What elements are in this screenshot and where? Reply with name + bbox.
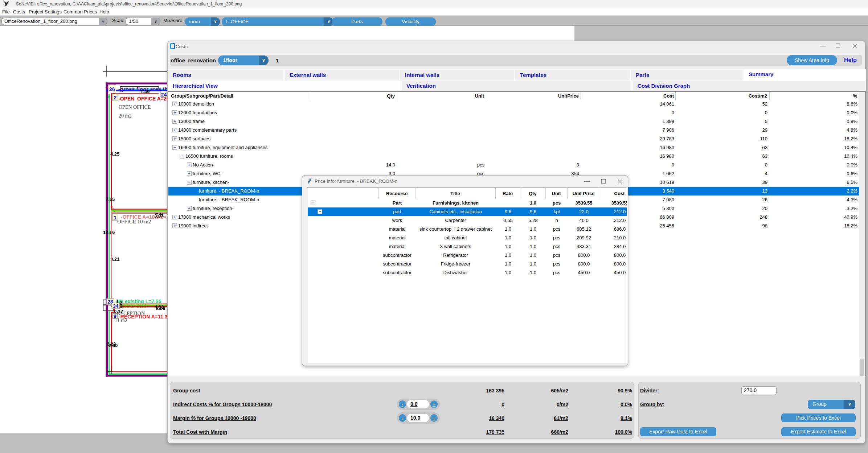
svg-text:9: 9 [114,313,116,319]
svg-text:2: 2 [114,95,117,100]
svg-text:OPEN OFFICE: OPEN OFFICE [119,104,151,110]
svg-text:26: 26 [109,86,115,92]
svg-text:34: 34 [113,303,119,309]
svg-text:1: 1 [114,215,117,221]
svg-text:1.49: 1.49 [140,89,150,94]
svg-text:7.55: 7.55 [106,197,115,202]
svg-text:2.22: 2.22 [107,341,116,347]
svg-text:3.06: 3.06 [156,306,165,311]
svg-text:20 m2: 20 m2 [119,113,131,119]
svg-text:2: 2 [120,304,123,309]
svg-text:4.25: 4.25 [110,151,119,157]
svg-text:10.66: 10.66 [103,230,115,235]
svg-text:24: 24 [161,92,167,98]
svg-text:OFFICE 10 m2: OFFICE 10 m2 [117,219,151,225]
